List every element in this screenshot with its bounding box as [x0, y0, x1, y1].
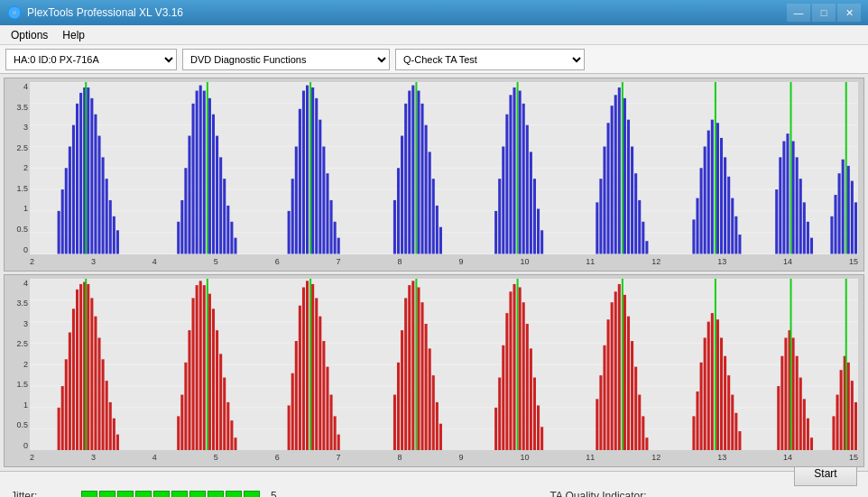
svg-rect-80	[509, 95, 512, 253]
menu-help[interactable]: Help	[55, 27, 92, 43]
svg-rect-89	[540, 230, 543, 253]
svg-rect-67	[411, 86, 414, 254]
svg-rect-107	[700, 168, 703, 253]
svg-rect-215	[421, 302, 424, 450]
svg-rect-279	[845, 279, 847, 451]
svg-rect-137	[854, 202, 857, 253]
svg-rect-252	[700, 362, 703, 450]
drive-dropdown[interactable]: HA:0 ID:0 PX-716A	[5, 49, 177, 70]
svg-rect-182	[203, 285, 206, 450]
svg-rect-110	[711, 120, 714, 254]
svg-rect-105	[692, 219, 695, 253]
svg-rect-87	[533, 179, 536, 253]
svg-rect-230	[526, 324, 529, 450]
svg-rect-116	[731, 198, 734, 254]
top-chart-y-axis: 4 3.5 3 2.5 2 1.5 1 0.5 0	[6, 82, 28, 254]
svg-rect-190	[230, 420, 233, 450]
svg-rect-101	[634, 173, 637, 253]
svg-rect-74	[436, 206, 439, 254]
title-bar-left: PlexTools Professional XL V3.16	[7, 5, 183, 20]
svg-rect-261	[731, 394, 734, 450]
svg-rect-54	[311, 87, 314, 254]
svg-rect-203	[326, 366, 328, 450]
svg-rect-180	[196, 285, 199, 450]
svg-rect-46	[234, 238, 236, 254]
maximize-button[interactable]: □	[812, 4, 836, 22]
jitter-label: Jitter:	[11, 490, 74, 497]
svg-rect-229	[522, 302, 525, 450]
top-chart-container: 4 3.5 3 2.5 2 1.5 1 0.5 0	[4, 78, 864, 272]
svg-rect-132	[838, 173, 841, 253]
svg-rect-68	[415, 82, 417, 254]
svg-rect-83	[519, 91, 522, 254]
svg-rect-274	[810, 437, 813, 450]
svg-rect-253	[704, 337, 706, 450]
svg-rect-195	[299, 305, 301, 450]
svg-rect-187	[219, 354, 222, 450]
svg-rect-266	[784, 337, 787, 450]
svg-rect-85	[526, 125, 529, 254]
svg-rect-231	[530, 348, 532, 450]
svg-rect-86	[530, 152, 532, 253]
svg-rect-276	[836, 394, 839, 450]
jitter-row: Jitter: 5	[11, 490, 402, 497]
svg-rect-260	[727, 375, 730, 450]
svg-rect-109	[707, 131, 710, 254]
svg-rect-40	[212, 115, 215, 254]
svg-rect-212	[411, 281, 414, 450]
svg-rect-219	[436, 401, 439, 450]
svg-rect-115	[727, 177, 730, 254]
svg-rect-248	[642, 416, 644, 450]
test-dropdown[interactable]: Q-Check TA Test	[395, 49, 585, 70]
svg-rect-176	[180, 394, 183, 450]
jitter-seg-10	[244, 491, 260, 497]
svg-rect-31	[180, 200, 183, 254]
svg-rect-56	[319, 120, 321, 254]
svg-rect-18	[79, 93, 82, 254]
svg-rect-94	[611, 106, 614, 253]
svg-rect-95	[614, 95, 617, 253]
svg-rect-171	[106, 381, 108, 450]
svg-rect-186	[216, 330, 218, 450]
menu-options[interactable]: Options	[4, 27, 55, 43]
svg-rect-273	[807, 418, 809, 450]
svg-rect-112	[716, 123, 719, 253]
svg-rect-193	[291, 373, 294, 450]
svg-rect-168	[94, 316, 97, 450]
svg-rect-216	[425, 324, 428, 450]
close-button[interactable]: ✕	[837, 4, 861, 22]
svg-rect-12	[58, 211, 60, 254]
svg-rect-72	[429, 152, 431, 253]
svg-rect-50	[299, 109, 301, 254]
svg-rect-25	[102, 157, 105, 253]
svg-rect-70	[421, 104, 424, 254]
svg-rect-221	[494, 407, 497, 450]
bottom-chart-container: 4 3.5 3 2.5 2 1.5 1 0.5 0	[4, 274, 864, 468]
svg-rect-90	[596, 202, 598, 253]
svg-rect-48	[291, 179, 294, 253]
svg-rect-104	[645, 241, 648, 253]
function-dropdown[interactable]: DVD Diagnostic Functions	[182, 49, 390, 70]
minimize-button[interactable]: —	[787, 4, 810, 22]
jitter-seg-6	[171, 491, 188, 497]
svg-rect-218	[432, 375, 435, 450]
svg-rect-76	[494, 211, 497, 254]
svg-rect-226	[513, 283, 516, 450]
svg-rect-133	[842, 160, 845, 254]
svg-rect-175	[177, 416, 180, 450]
svg-rect-66	[408, 91, 411, 254]
svg-rect-120	[779, 157, 781, 253]
svg-rect-53	[309, 82, 311, 254]
svg-rect-75	[439, 227, 442, 254]
svg-rect-181	[199, 281, 202, 450]
svg-rect-117	[734, 216, 737, 254]
svg-rect-172	[109, 401, 112, 450]
svg-rect-275	[832, 416, 835, 450]
svg-rect-122	[786, 133, 789, 253]
jitter-seg-1	[81, 491, 97, 497]
svg-rect-258	[720, 337, 723, 450]
svg-rect-134	[845, 82, 847, 254]
svg-rect-15	[69, 146, 71, 253]
svg-rect-64	[401, 136, 403, 254]
svg-rect-69	[417, 91, 420, 254]
